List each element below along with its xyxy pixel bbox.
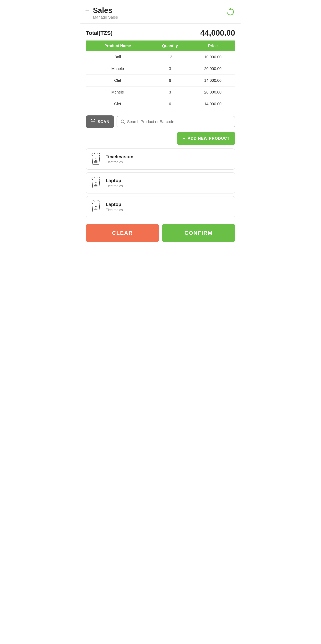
page-subtitle: Manage Sales: [93, 15, 118, 20]
col-price: Price: [190, 40, 235, 51]
product-item-name: Tevelevision: [106, 154, 133, 160]
search-row: SCAN: [80, 110, 241, 130]
refresh-icon[interactable]: [226, 8, 235, 16]
product-item-category: Electronics: [106, 184, 123, 188]
confirm-button[interactable]: CONFIRM: [162, 224, 235, 242]
scan-button[interactable]: SCAN: [86, 116, 114, 128]
svg-point-15: [95, 182, 97, 184]
clear-button[interactable]: CLEAR: [86, 224, 159, 242]
scan-icon: [90, 119, 96, 124]
table-row: Mchele 3 20,000.00: [86, 63, 235, 75]
table-row: Clet 6 14,000.00: [86, 98, 235, 110]
svg-point-12: [95, 159, 97, 160]
scan-label: SCAN: [98, 120, 110, 124]
svg-rect-4: [95, 119, 95, 121]
product-table: Product Name Quantity Price Ball 12 10,0…: [86, 40, 235, 110]
product-info: Laptop Electronics: [106, 178, 123, 188]
cell-product-name: Mchele: [86, 63, 149, 75]
table-row: Clet 6 14,000.00: [86, 75, 235, 86]
cell-product-name: Clet: [86, 75, 149, 86]
product-item-name: Laptop: [106, 178, 123, 183]
cell-price: 20,000.00: [190, 86, 235, 98]
list-item[interactable]: Tevelevision Electronics: [86, 148, 235, 170]
total-section: Total(TZS) 44,000.00: [80, 24, 241, 40]
header-title-group: Sales Manage Sales: [93, 6, 118, 20]
product-item-category: Electronics: [106, 160, 133, 164]
total-value: 44,000.00: [200, 28, 235, 37]
col-quantity: Quantity: [149, 40, 190, 51]
product-item-category: Electronics: [106, 208, 123, 212]
product-item-name: Laptop: [106, 202, 123, 207]
back-button[interactable]: ←: [84, 7, 90, 13]
cell-price: 14,000.00: [190, 98, 235, 110]
cell-quantity: 6: [149, 98, 190, 110]
header-left: ← Sales Manage Sales: [84, 6, 118, 20]
svg-rect-8: [95, 123, 95, 124]
add-product-button[interactable]: + ADD NEW PRODUCT: [177, 132, 235, 145]
total-label: Total(TZS): [86, 30, 113, 36]
svg-point-18: [95, 206, 97, 208]
product-info: Laptop Electronics: [106, 202, 123, 212]
bottom-buttons: CLEAR CONFIRM: [80, 217, 241, 250]
product-bag-icon: [90, 176, 102, 190]
product-bag-icon: [90, 152, 102, 166]
table-row: Mchele 3 20,000.00: [86, 86, 235, 98]
cell-product-name: Ball: [86, 51, 149, 63]
cell-quantity: 3: [149, 86, 190, 98]
col-product-name: Product Name: [86, 40, 149, 51]
add-product-label: ADD NEW PRODUCT: [188, 136, 230, 141]
search-box: [117, 116, 235, 127]
cell-quantity: 6: [149, 75, 190, 86]
cell-quantity: 3: [149, 63, 190, 75]
cell-price: 20,000.00: [190, 63, 235, 75]
table-row: Ball 12 10,000.00: [86, 51, 235, 63]
header: ← Sales Manage Sales: [80, 0, 241, 24]
svg-rect-2: [91, 119, 91, 121]
svg-rect-6: [91, 123, 91, 124]
list-item[interactable]: Laptop Electronics: [86, 196, 235, 217]
cell-product-name: Mchele: [86, 86, 149, 98]
add-icon: +: [182, 135, 186, 142]
table-header-row: Product Name Quantity Price: [86, 40, 235, 51]
cell-quantity: 12: [149, 51, 190, 63]
svg-rect-9: [91, 122, 95, 122]
svg-line-11: [124, 122, 125, 124]
page-title: Sales: [93, 6, 118, 15]
list-item[interactable]: Laptop Electronics: [86, 172, 235, 194]
product-list: Tevelevision Electronics Laptop Electron…: [80, 148, 241, 217]
search-icon: [121, 119, 125, 124]
add-product-row: + ADD NEW PRODUCT: [80, 130, 241, 148]
product-info: Tevelevision Electronics: [106, 154, 133, 164]
cell-price: 10,000.00: [190, 51, 235, 63]
cell-product-name: Clet: [86, 98, 149, 110]
product-bag-icon: [90, 200, 102, 214]
search-input[interactable]: [127, 120, 231, 124]
cell-price: 14,000.00: [190, 75, 235, 86]
